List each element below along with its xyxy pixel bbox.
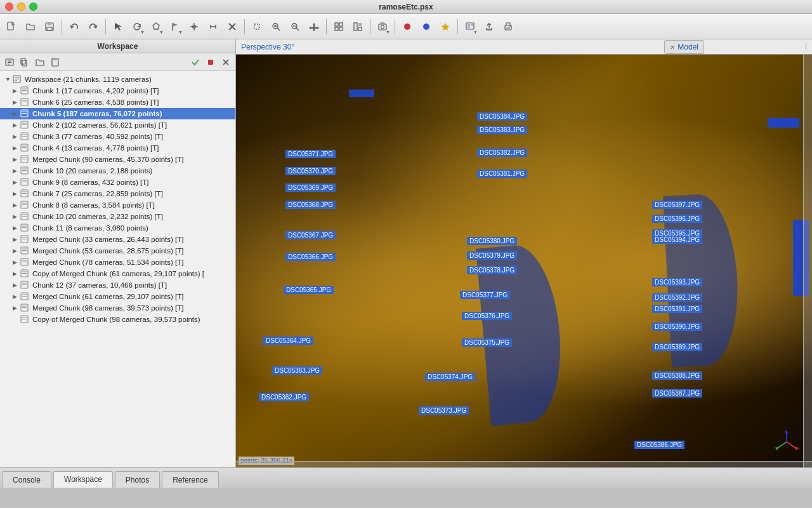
move-button[interactable] — [305, 18, 323, 36]
cam-label-DSC05384-JPG[interactable]: DSC05384.JPG — [477, 112, 527, 121]
zoom-in-button[interactable] — [267, 18, 285, 36]
redo-button[interactable] — [84, 18, 102, 36]
tree-item-7[interactable]: ▶Chunk 10 (20 cameras, 2,188 points) — [0, 165, 235, 177]
tree-item-1[interactable]: ▶Chunk 6 (25 cameras, 4,538 points) [T] — [0, 97, 235, 108]
sidebar-icon2[interactable] — [18, 55, 32, 69]
cam-label-DSC05370-JPG[interactable]: DSC05370.JPG — [285, 167, 336, 175]
tree-item-0[interactable]: ▶Chunk 1 (17 cameras, 4,202 points) [T] — [0, 85, 235, 97]
tree-item-11[interactable]: ▶Chunk 10 (20 cameras, 2,232 points) [T] — [0, 211, 235, 222]
cam-label-DSC05374-JPG[interactable]: DSC05374.JPG — [425, 373, 475, 381]
cam-label-DSC05378-JPG[interactable]: DSC05378.JPG — [467, 266, 517, 274]
tree-item-17[interactable]: ▶Chunk 12 (37 cameras, 10,466 points) [T… — [0, 279, 235, 291]
color-red-button[interactable] — [398, 18, 416, 36]
export-button[interactable] — [480, 18, 498, 36]
cam-label-DSC05397-JPG[interactable]: DSC05397.JPG — [652, 201, 702, 209]
tree-item-3[interactable]: ▶Chunk 2 (102 cameras, 56,621 points) [T… — [0, 119, 235, 131]
polygon-button[interactable]: ▼ — [147, 18, 165, 36]
tree-item-12[interactable]: ▶Chunk 11 (8 cameras, 3,080 points) — [0, 222, 235, 234]
tree-item-8[interactable]: ▶Chunk 9 (8 cameras, 432 points) [T] — [0, 177, 235, 188]
cam-label-DSC05392-JPG[interactable]: DSC05392.JPG — [652, 293, 702, 302]
sidebar-icon1[interactable] — [3, 55, 16, 69]
tree-item-15[interactable]: ▶Merged Chunk (78 cameras, 51,534 points… — [0, 257, 235, 268]
color-yellow-button[interactable] — [436, 18, 454, 36]
save-button[interactable] — [41, 18, 58, 36]
cam-label-DSC05368-JPG[interactable]: DSC05368.JPG — [285, 201, 336, 209]
tree-item-16[interactable]: ▶Copy of Merged Chunk (61 cameras, 29,10… — [0, 268, 235, 279]
cam-label-DSC05396-JPG[interactable]: DSC05396.JPG — [652, 215, 702, 223]
tree-item-9[interactable]: ▶Chunk 7 (25 cameras, 22,859 points) [T] — [0, 188, 235, 199]
crop-button[interactable] — [248, 18, 266, 36]
delete-button[interactable] — [223, 18, 241, 36]
sidebar-check-button[interactable] — [188, 55, 202, 69]
sidebar-close-button[interactable] — [219, 55, 233, 69]
tree-item-19[interactable]: ▶Merged Chunk (98 cameras, 39,573 points… — [0, 302, 235, 314]
cam-label-DSC05375-JPG[interactable]: DSC05375.JPG — [462, 338, 512, 347]
tree-item-6[interactable]: ▶Merged Chunk (90 cameras, 45,370 points… — [0, 154, 235, 165]
crosshair-button[interactable] — [185, 18, 203, 36]
cam-label-DSC05394-JPG[interactable]: DSC05394.JPG — [652, 236, 702, 244]
bottom-tab-reference[interactable]: Reference — [162, 471, 218, 488]
cam-label-DSC05367-JPG[interactable]: DSC05367.JPG — [285, 231, 336, 239]
sidebar-stop-button[interactable] — [204, 55, 218, 69]
cam-label-DSC05390-JPG[interactable]: DSC05390.JPG — [652, 323, 702, 331]
cam-opt-button[interactable]: ▼ — [374, 18, 391, 36]
zoom-out-button[interactable] — [286, 18, 304, 36]
cam-label-DSC05369-JPG[interactable]: DSC05369.JPG — [285, 184, 336, 192]
cam-label-DSC05376-JPG[interactable]: DSC05376.JPG — [462, 312, 512, 320]
cam-label-DSC05386-JPG[interactable]: DSC05386.JPG — [634, 441, 684, 449]
tree-root[interactable]: ▼ Workspace (21 chunks, 1119 cameras) — [0, 74, 235, 85]
cam-label-DSC05380-JPG[interactable]: DSC05380.JPG — [467, 237, 517, 245]
render-button[interactable]: ▼ — [461, 18, 479, 36]
print-button[interactable] — [499, 18, 517, 36]
cam-label-DSC05391-JPG[interactable]: DSC05391.JPG — [652, 305, 702, 313]
color-blue-button[interactable] — [417, 18, 435, 36]
cam-label-DSC05365-JPG[interactable]: DSC05365.JPG — [284, 286, 334, 294]
bottom-tab-workspace[interactable]: Workspace — [53, 471, 113, 488]
cam-label-DSC05387-JPG[interactable]: DSC05387.JPG — [652, 389, 702, 398]
cam-label-DSC05377-JPG[interactable]: DSC05377.JPG — [460, 291, 510, 299]
grid2-button[interactable] — [349, 18, 367, 36]
model-tab-close[interactable]: ✕ — [670, 44, 675, 51]
cam-label-DSC05364-JPG[interactable]: DSC05364.JPG — [263, 337, 313, 345]
rotate-button[interactable]: ▼ — [128, 18, 146, 36]
tree-item-5[interactable]: ▶Chunk 4 (13 cameras, 4,778 points) [T] — [0, 142, 235, 154]
maximize-button[interactable] — [29, 3, 37, 11]
cam-label-DSC05373-JPG[interactable]: DSC05373.JPG — [419, 406, 469, 415]
cam-label-DSC05362-JPG[interactable]: DSC05362.JPG — [259, 393, 309, 401]
cam-label-DSC05389-JPG[interactable]: DSC05389.JPG — [652, 343, 702, 351]
new-button[interactable] — [3, 18, 20, 36]
close-button[interactable] — [5, 3, 13, 11]
cam-label-DSC05366-JPG[interactable]: DSC05366.JPG — [285, 253, 336, 261]
cam-label-DSC05363-JPG[interactable]: DSC05363.JPG — [272, 366, 322, 375]
tree-item-icon-13 — [20, 235, 30, 244]
tree-item-18[interactable]: ▶Merged Chunk (61 cameras, 29,107 points… — [0, 291, 235, 302]
tree-item-14[interactable]: ▶Merged Chunk (53 cameras, 28,675 points… — [0, 245, 235, 257]
tree-item-20[interactable]: Copy of Merged Chunk (98 cameras, 39,573… — [0, 314, 235, 325]
scale-button[interactable] — [204, 18, 222, 36]
cam-label-DSC05381-JPG[interactable]: DSC05381.JPG — [477, 170, 527, 178]
flag-button[interactable]: ▼ — [166, 18, 184, 36]
sidebar-icon4[interactable] — [48, 55, 62, 69]
open-button[interactable] — [22, 18, 39, 36]
tree-item-4[interactable]: ▶Chunk 3 (77 cameras, 40,592 points) [T] — [0, 131, 235, 142]
cam-label-DSC05383-JPG[interactable]: DSC05383.JPG — [477, 126, 527, 134]
grid1-button[interactable] — [330, 18, 348, 36]
bottom-tab-photos[interactable]: Photos — [115, 471, 160, 488]
cam-label-DSC05393-JPG[interactable]: DSC05393.JPG — [652, 278, 702, 286]
cam-label-DSC05388-JPG[interactable]: DSC05388.JPG — [652, 371, 702, 380]
cam-label-DSC05379-JPG[interactable]: DSC05379.JPG — [467, 251, 517, 260]
tree-item-13[interactable]: ▶Merged Chunk (33 cameras, 26,443 points… — [0, 234, 235, 245]
select-button[interactable] — [109, 18, 127, 36]
tree-item-2[interactable]: ▶Chunk 5 (187 cameras, 76,072 points) — [0, 108, 235, 119]
undo-button[interactable] — [65, 18, 83, 36]
viewport-canvas[interactable]: DSC05371.JPGDSC05370.JPGDSC05369.JPGDSC0… — [236, 55, 812, 467]
sidebar-title: Workspace — [98, 42, 138, 51]
tree-item-icon-10 — [20, 201, 30, 210]
cam-label-DSC05371-JPG[interactable]: DSC05371.JPG — [285, 150, 336, 158]
minimize-button[interactable] — [17, 3, 25, 11]
tree-item-10[interactable]: ▶Chunk 8 (8 cameras, 3,584 points) [T] — [0, 199, 235, 211]
bottom-tab-console[interactable]: Console — [2, 471, 51, 488]
sidebar-icon3[interactable] — [33, 55, 47, 69]
model-tab[interactable]: ✕ Model — [664, 40, 704, 54]
cam-label-DSC05382-JPG[interactable]: DSC05382.JPG — [477, 149, 527, 157]
